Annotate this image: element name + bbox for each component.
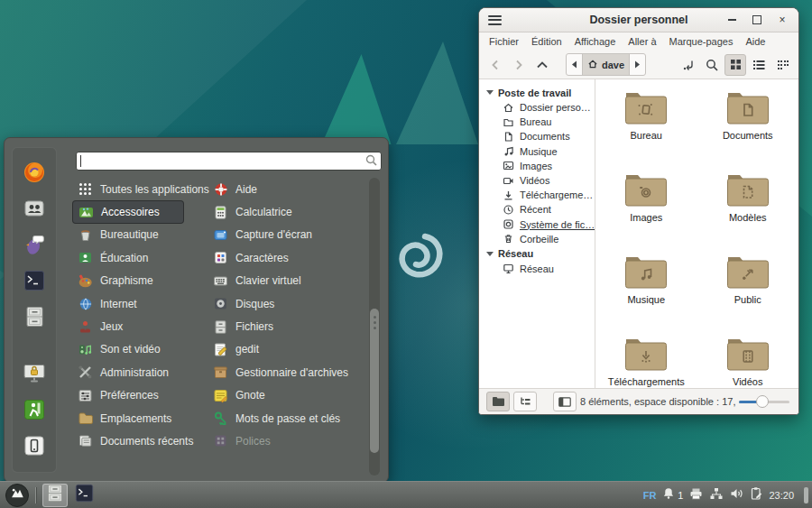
accessories-icon: [78, 205, 94, 220]
menu-category-jeux[interactable]: Jeux: [72, 315, 184, 337]
menu-search-input[interactable]: [83, 155, 365, 168]
keyboard-layout-indicator[interactable]: FR: [643, 490, 657, 501]
menu-search-box[interactable]: [76, 152, 382, 171]
volume-icon[interactable]: [730, 487, 743, 503]
search-button[interactable]: [701, 54, 723, 76]
menu-category-graphisme[interactable]: Graphisme: [72, 270, 184, 292]
menu-app-gestionnaire-archives[interactable]: Gestionnaire d'archives: [208, 361, 366, 383]
folder-musique[interactable]: Musique: [595, 249, 697, 331]
menu-app-clavier-virtuel[interactable]: Clavier virtuel: [208, 270, 366, 292]
sidebar-item-filesystem[interactable]: Système de fic…: [479, 217, 595, 232]
view-list-button[interactable]: [748, 54, 770, 76]
view-grid-button[interactable]: [724, 54, 746, 76]
minimize-button[interactable]: [726, 14, 737, 25]
clock[interactable]: 23:20: [769, 490, 794, 501]
menu-app-caracteres[interactable]: Caractères: [208, 246, 366, 269]
menu-app-calculatrice[interactable]: Calculatrice: [208, 200, 366, 223]
menu-app-fichiers[interactable]: Fichiers: [208, 315, 366, 337]
task-terminal-button[interactable]: [71, 484, 97, 507]
menu-category-documents-recents[interactable]: Documents récents: [72, 429, 184, 452]
users-launcher[interactable]: [21, 197, 48, 224]
sidebar-item-telechargements[interactable]: Téléchargeme…: [479, 188, 595, 202]
titlebar[interactable]: Dossier personnel ×: [479, 8, 798, 32]
maximize-button[interactable]: [752, 14, 762, 25]
menu-edition[interactable]: Édition: [525, 36, 568, 47]
sidebar-item-bureau[interactable]: Bureau: [479, 115, 595, 129]
sidebar-item-reseau[interactable]: Réseau: [479, 262, 595, 276]
log-out-button[interactable]: [21, 398, 48, 425]
menu-affichage[interactable]: Affichage: [568, 36, 623, 47]
menu-category-internet[interactable]: Internet: [72, 292, 184, 315]
sidebar-item-documents[interactable]: Documents: [479, 129, 595, 143]
sidebar-item-images[interactable]: Images: [479, 159, 595, 173]
sidebar-section-network[interactable]: Réseau: [479, 246, 595, 262]
menu-app-mots-de-passe[interactable]: Mots de passe et clés: [208, 407, 366, 429]
sidebar-item-recent[interactable]: Récent: [479, 202, 595, 217]
folder-bureau[interactable]: Bureau: [595, 85, 697, 167]
menu-app-capture-ecran[interactable]: Capture d'écran: [208, 224, 366, 246]
folder-public[interactable]: Public: [697, 249, 799, 331]
menu-category-bureautique[interactable]: Bureautique: [72, 224, 184, 246]
sidebar-item-musique[interactable]: Musique: [479, 144, 595, 159]
zoom-slider[interactable]: [739, 394, 789, 409]
folder-documents[interactable]: Documents: [697, 85, 799, 167]
breadcrumb-prev-button[interactable]: [567, 54, 582, 75]
up-button[interactable]: [531, 54, 553, 76]
zoom-slider-knob[interactable]: [756, 395, 769, 408]
folder-telechargements[interactable]: Téléchargements: [595, 331, 697, 388]
menu-category-administration[interactable]: Administration: [72, 361, 184, 383]
menu-category-preferences[interactable]: Préférences: [72, 384, 184, 407]
clipboard-icon[interactable]: [750, 486, 762, 503]
view-compact-button[interactable]: [771, 54, 793, 76]
menu-aller-a[interactable]: Aller à: [622, 36, 662, 47]
file-manager-launcher[interactable]: [21, 305, 48, 332]
network-icon: [503, 263, 514, 274]
menu-scrollbar[interactable]: [369, 178, 380, 476]
jump-to-location-button[interactable]: [678, 54, 699, 76]
menu-category-accessoires[interactable]: Accessoires: [72, 200, 184, 223]
menu-fichier[interactable]: Fichier: [483, 36, 525, 47]
places-icon: [78, 411, 93, 426]
menu-marque-pages[interactable]: Marque-pages: [663, 36, 740, 47]
menu-app-disques[interactable]: Disques: [208, 292, 366, 315]
sidebar-item-videos[interactable]: Vidéos: [479, 173, 595, 188]
menu-category-education[interactable]: Éducation: [72, 246, 184, 269]
applications-menu-button[interactable]: [5, 484, 29, 507]
tree-view-toggle-button[interactable]: [513, 392, 537, 411]
sidebar-item-home[interactable]: Dossier perso…: [479, 100, 595, 115]
icon-view-toggle-button[interactable]: [486, 392, 510, 411]
breadcrumb-next-button[interactable]: [630, 54, 645, 75]
pidgin-launcher[interactable]: [21, 233, 48, 260]
menu-category-emplacements[interactable]: Emplacements: [72, 407, 184, 429]
breadcrumb-home-button[interactable]: dave: [582, 54, 630, 75]
menu-app-label: Fichiers: [235, 320, 273, 333]
menu-app-gnote[interactable]: Gnote: [208, 384, 366, 407]
folder-label: Documents: [723, 130, 773, 141]
firefox-launcher[interactable]: [21, 161, 48, 188]
sidebar-section-computer[interactable]: Poste de travail: [479, 85, 595, 100]
desktop: Toutes les applications Accessoires Bure…: [0, 0, 812, 508]
menu-category-son-video[interactable]: Son et vidéo: [72, 338, 184, 361]
back-button[interactable]: [484, 54, 506, 76]
printer-icon[interactable]: [689, 487, 703, 503]
menu-aide[interactable]: Aide: [739, 36, 771, 47]
folder-modeles[interactable]: Modèles: [697, 167, 799, 249]
menu-app-polices[interactable]: Polices: [208, 429, 366, 452]
task-file-manager-button[interactable]: [42, 484, 68, 507]
sidebar-item-corbeille[interactable]: Corbeille: [479, 232, 595, 246]
menu-app-aide[interactable]: Aide: [208, 178, 366, 200]
folder-images[interactable]: Images: [595, 167, 697, 249]
sidebar-toggle-button[interactable]: [553, 392, 577, 411]
menu-scrollbar-thumb[interactable]: [370, 309, 379, 453]
terminal-launcher[interactable]: [21, 269, 48, 296]
show-desktop-button[interactable]: [804, 487, 808, 503]
suspend-button[interactable]: [21, 434, 48, 461]
menu-category-all[interactable]: Toutes les applications: [72, 178, 184, 200]
notification-bell-icon[interactable]: [662, 486, 675, 503]
network-icon[interactable]: [709, 487, 724, 503]
lock-screen-button[interactable]: [21, 362, 48, 389]
folder-videos[interactable]: Vidéos: [697, 331, 799, 388]
forward-button[interactable]: [508, 54, 530, 76]
close-button[interactable]: ×: [777, 14, 788, 25]
menu-app-gedit[interactable]: gedit: [208, 338, 366, 361]
